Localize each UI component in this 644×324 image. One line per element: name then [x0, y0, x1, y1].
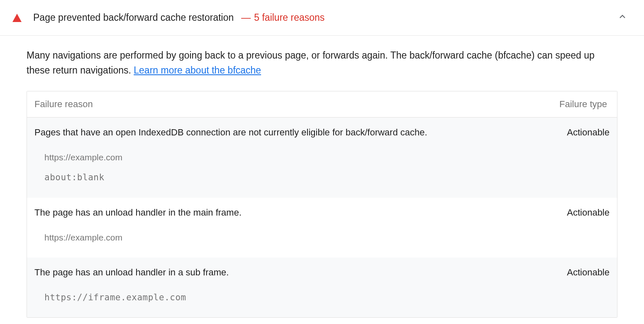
url-list: https://iframe.example.com — [34, 287, 610, 307]
table-row: Pages that have an open IndexedDB connec… — [27, 118, 617, 197]
failure-type: Actionable — [557, 267, 610, 278]
row-content: The page has an unload handler in a sub … — [34, 266, 610, 279]
audit-description: Many navigations are performed by going … — [27, 48, 617, 78]
column-header-type: Failure type — [559, 99, 610, 110]
failure-count: 5 failure reasons — [254, 12, 324, 23]
table-row: The page has an unload handler in a sub … — [27, 258, 617, 317]
failure-reason: The page has an unload handler in a sub … — [34, 266, 557, 279]
url-item: https://iframe.example.com — [44, 287, 610, 307]
failure-table: Failure reason Failure type Pages that h… — [27, 91, 617, 318]
warning-triangle-icon — [12, 14, 22, 22]
url-item: about:blank — [44, 167, 610, 187]
table-row: The page has an unload handler in the ma… — [27, 198, 617, 258]
url-list: https://example.comabout:blank — [34, 147, 610, 188]
dash-separator: — — [241, 12, 251, 23]
failure-reason: Pages that have an open IndexedDB connec… — [34, 126, 557, 139]
row-content: The page has an unload handler in the ma… — [34, 206, 610, 219]
description-text: Many navigations are performed by going … — [27, 50, 595, 76]
url-item: https://example.com — [44, 228, 610, 248]
audit-header[interactable]: Page prevented back/forward cache restor… — [0, 0, 644, 36]
failure-reason: The page has an unload handler in the ma… — [34, 206, 557, 219]
failure-type: Actionable — [557, 207, 610, 218]
url-item: https://example.com — [44, 147, 610, 167]
failure-type: Actionable — [557, 127, 610, 138]
learn-more-link[interactable]: Learn more about the bfcache — [134, 65, 261, 76]
audit-body: Many navigations are performed by going … — [0, 36, 644, 318]
column-header-reason: Failure reason — [34, 99, 559, 110]
chevron-up-icon[interactable] — [617, 12, 632, 24]
audit-title: Page prevented back/forward cache restor… — [33, 12, 234, 23]
url-list: https://example.com — [34, 228, 610, 248]
audit-summary: —5 failure reasons — [241, 12, 324, 23]
row-content: Pages that have an open IndexedDB connec… — [34, 126, 610, 139]
table-header-row: Failure reason Failure type — [27, 91, 617, 118]
